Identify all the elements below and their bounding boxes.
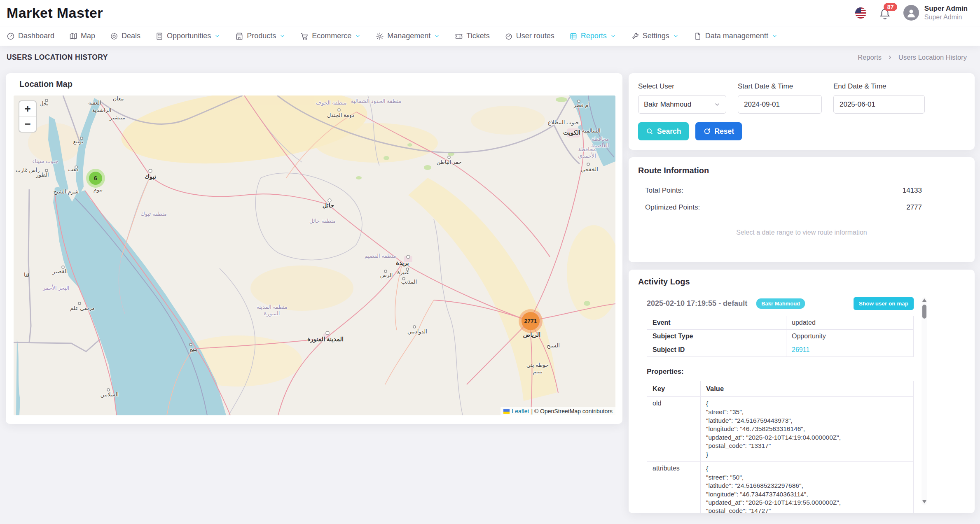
route-info-row: Optimized Points: 2777 (645, 203, 922, 212)
scrollbar-down-arrow[interactable] (922, 500, 926, 503)
scrollbar-track[interactable] (922, 297, 927, 505)
end-date-input[interactable] (833, 95, 925, 114)
route-info-label: Total Points: (645, 186, 683, 195)
end-date-label: End Date & Time (833, 82, 925, 91)
cart-icon (300, 32, 309, 40)
nav-label: Settings (643, 32, 669, 40)
nav-item-ecommerce[interactable]: Ecommerce (300, 32, 361, 40)
nav-item-user-routes[interactable]: User routes (505, 32, 554, 40)
nav-item-opportunities[interactable]: Opportunities (155, 32, 220, 40)
nav-label: Dashboard (18, 32, 54, 40)
scrollbar-up-arrow[interactable] (922, 298, 926, 302)
route-info-value: 14133 (903, 186, 922, 195)
reset-button[interactable]: Reset (695, 122, 742, 140)
subject-id-link[interactable]: 26911 (792, 346, 809, 353)
route-info-title: Route Information (638, 166, 965, 175)
report-table-icon (569, 32, 578, 40)
table-row: attributes { "street": "50", "latitude":… (647, 462, 914, 513)
nav-label: User routes (516, 32, 554, 40)
detail-key: Subject Type (647, 330, 786, 343)
leaflet-link[interactable]: Leaflet (512, 408, 529, 415)
user-select-value: Bakr Mahmoud (644, 100, 691, 109)
filter-card: Select User Bakr Mahmoud Start Date & Ti… (629, 73, 975, 150)
reset-icon (703, 128, 711, 135)
main-nav: Dashboard Map Deals Opportunities Produc… (0, 26, 980, 46)
nav-label: Map (81, 32, 95, 40)
map-icon (69, 32, 77, 40)
reset-button-label: Reset (714, 127, 734, 136)
route-info-value: 2777 (906, 203, 922, 212)
user-select[interactable]: Bakr Mahmoud (638, 95, 726, 114)
chevron-down-icon (610, 33, 616, 39)
activity-logs-title: Activity Logs (638, 277, 975, 286)
map[interactable]: معان العقبة نخل الراشدية منيشير منطقة ال… (14, 95, 615, 415)
start-date-input[interactable] (738, 95, 822, 114)
map-zoom-control: + − (19, 100, 37, 133)
building-icon (155, 32, 164, 40)
prop-json-value: { "street": "35", "latitude": "24.516759… (706, 400, 908, 459)
ukraine-flag-icon (503, 409, 510, 414)
chevron-down-icon (279, 33, 285, 39)
column-header-value: Value (701, 381, 914, 397)
cluster-count: 6 (89, 172, 102, 185)
page-title: USERS LOCATION HISTORY (7, 53, 108, 62)
table-row: Event updated (647, 316, 914, 330)
map-card-title: Location Map (19, 79, 73, 89)
chevron-down-icon (714, 101, 720, 108)
person-icon (905, 7, 917, 19)
activity-logs-card: Activity Logs 2025-02-10 17:19:55 - defa… (629, 270, 975, 513)
search-button[interactable]: Search (638, 122, 689, 140)
nav-label: Data managementt (705, 32, 768, 40)
nav-item-settings[interactable]: Settings (631, 32, 679, 40)
language-flag-icon[interactable] (855, 7, 866, 19)
ticket-icon (455, 32, 463, 40)
detail-value: Opportunity (786, 330, 914, 343)
nav-label: Reports (581, 32, 607, 40)
breadcrumb-parent[interactable]: Reports (858, 54, 882, 61)
title-bar: USERS LOCATION HISTORY Reports Users Loc… (0, 46, 980, 69)
marker-cluster-large[interactable]: 2771 (519, 309, 543, 333)
table-row: old { "street": "35", "latitude": "24.51… (647, 397, 914, 462)
nav-label: Opportunities (167, 32, 211, 40)
user-name: Super Admin (924, 4, 968, 13)
wrench-icon (631, 32, 639, 40)
prop-key: attributes (647, 462, 701, 513)
nav-item-tickets[interactable]: Tickets (455, 32, 489, 40)
notification-count-badge: 87 (884, 3, 898, 11)
log-detail-table: Event updated Subject Type Opportunity S… (647, 316, 914, 357)
nav-item-map[interactable]: Map (69, 32, 95, 40)
nav-item-products[interactable]: Products (235, 32, 285, 40)
route-info-row: Total Points: 14133 (645, 186, 922, 195)
nav-item-reports[interactable]: Reports (569, 32, 616, 40)
nav-item-management[interactable]: Management (376, 32, 440, 40)
table-row: Subject Type Opportunity (647, 330, 914, 343)
table-header-row: Key Value (647, 381, 914, 397)
cluster-count: 2771 (522, 312, 540, 330)
nav-label: Deals (122, 32, 140, 40)
marker-cluster-small[interactable]: 6 (86, 169, 105, 188)
chevron-down-icon (214, 33, 220, 39)
zoom-in-button[interactable]: + (19, 101, 36, 116)
detail-key: Subject ID (647, 343, 786, 357)
nav-item-deals[interactable]: Deals (110, 32, 140, 40)
prop-key: old (647, 397, 701, 462)
chevron-down-icon (355, 33, 361, 39)
user-menu[interactable]: Super Admin Super Admin (903, 4, 968, 22)
scrollbar-thumb[interactable] (922, 305, 926, 319)
route-info-hint: Select a date range to view route inform… (638, 229, 965, 236)
start-date-label: Start Date & Time (738, 82, 822, 91)
zoom-out-button[interactable]: − (19, 116, 36, 132)
nav-item-data-management[interactable]: Data managementt (694, 32, 778, 40)
chevron-down-icon (673, 33, 679, 39)
route-info-label: Optimized Points: (645, 203, 700, 212)
nav-label: Tickets (466, 32, 489, 40)
storefront-icon (235, 32, 243, 40)
nav-label: Ecommerce (312, 32, 351, 40)
select-user-label: Select User (638, 82, 726, 91)
log-user-badge: Bakr Mahmoud (756, 298, 805, 309)
map-tiles (14, 95, 615, 415)
show-user-on-map-button[interactable]: Show user on map (854, 297, 914, 310)
notifications-button[interactable]: 87 (879, 8, 891, 20)
detail-value: updated (786, 316, 914, 330)
nav-item-dashboard[interactable]: Dashboard (7, 32, 54, 40)
